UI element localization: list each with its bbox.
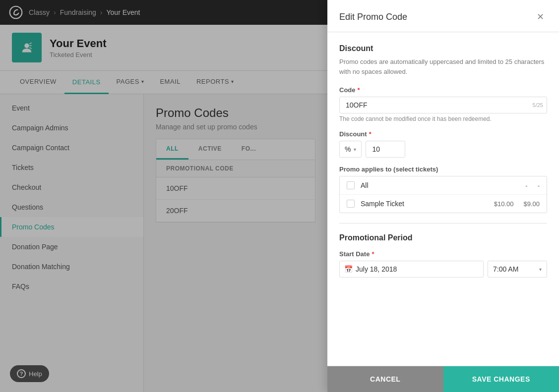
checkbox-all[interactable]	[347, 181, 355, 189]
modal-header: Edit Promo Code ✕	[327, 0, 559, 32]
code-input-wrap: 5/25	[339, 97, 547, 113]
start-date-required-star: *	[372, 250, 374, 258]
discount-type-select[interactable]: % ▾	[339, 141, 362, 158]
applies-to-label: Promo applies to (select tickets)	[339, 166, 547, 173]
modal-body: Discount Promo codes are automatically u…	[327, 32, 559, 366]
discount-label: Discount *	[339, 130, 547, 138]
calendar-icon: 📅	[344, 265, 353, 273]
time-chevron-icon: ▾	[539, 267, 542, 272]
discount-section: Discount Promo codes are automatically u…	[339, 44, 547, 213]
cancel-button[interactable]: CANCEL	[327, 366, 443, 392]
modal-footer: CANCEL SAVE CHANGES	[327, 366, 559, 392]
modal-panel: Edit Promo Code ✕ Discount Promo codes a…	[327, 0, 559, 392]
applies-row-all-discounted: -	[538, 182, 540, 189]
discount-input-row: % ▾	[339, 141, 547, 158]
period-section: Promotional Period Start Date * 📅 7:00 A…	[339, 233, 547, 278]
applies-to-box: All - - Sample Ticket $10.00 $9.00	[339, 176, 547, 213]
code-required-star: *	[358, 86, 360, 94]
discount-section-title: Discount	[339, 44, 547, 53]
applies-row-sample: Sample Ticket $10.00 $9.00	[340, 195, 547, 213]
discount-amount-input[interactable]	[366, 141, 405, 158]
applies-row-all-name: All	[361, 181, 519, 189]
modal-title: Edit Promo Code	[339, 12, 407, 22]
checkbox-sample[interactable]	[347, 200, 355, 208]
modal-overlay[interactable]	[0, 0, 327, 392]
time-select[interactable]: 7:00 AM ▾	[488, 261, 547, 278]
applies-row-sample-price: $10.00	[494, 200, 514, 208]
save-changes-button[interactable]: SAVE CHANGES	[443, 366, 559, 392]
code-counter: 5/25	[533, 102, 543, 108]
applies-row-sample-discounted: $9.00	[523, 200, 540, 208]
applies-row-all: All - -	[340, 176, 547, 195]
discount-required-star: *	[369, 130, 372, 138]
period-title: Promotional Period	[339, 233, 547, 242]
date-input-wrap: 📅	[339, 261, 484, 278]
applies-row-sample-name: Sample Ticket	[361, 200, 488, 208]
date-row: 📅 7:00 AM ▾	[339, 261, 547, 278]
section-divider	[339, 223, 547, 224]
code-hint: The code cannot be modified once it has …	[339, 115, 547, 122]
chevron-down-icon: ▾	[354, 147, 356, 152]
date-input[interactable]	[339, 261, 484, 278]
applies-row-all-price: -	[525, 182, 527, 189]
discount-type-value: %	[345, 145, 351, 153]
code-label: Code *	[339, 86, 547, 94]
time-value: 7:00 AM	[493, 265, 518, 273]
start-date-label: Start Date *	[339, 250, 547, 258]
modal-close-button[interactable]: ✕	[533, 10, 547, 24]
code-input[interactable]	[339, 97, 547, 113]
discount-section-desc: Promo codes are automatically uppercased…	[339, 57, 547, 76]
